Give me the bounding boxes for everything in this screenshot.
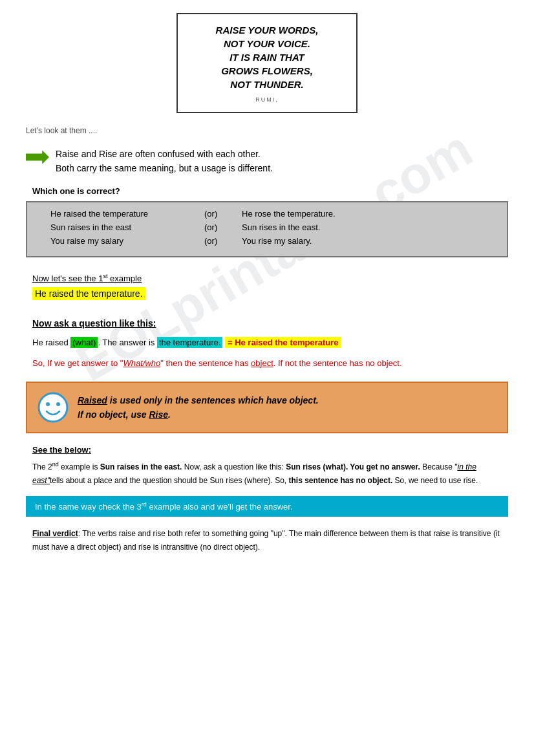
what-highlight: (what) bbox=[70, 337, 98, 348]
raised-rule-text: Raised is used only in the sentences whi… bbox=[78, 393, 319, 422]
quote-author: RUMI, bbox=[189, 96, 345, 103]
intro-line: Let's look at them .... bbox=[26, 126, 508, 135]
svg-point-3 bbox=[56, 402, 60, 406]
list-item: He raised the temperature (or) He rose t… bbox=[50, 209, 497, 219]
list-item: You raise my salary (or) You rise my sal… bbox=[50, 236, 497, 246]
full-answer-highlight: = He raised the temperature bbox=[225, 337, 341, 348]
arrow-icon bbox=[26, 149, 49, 165]
example1-highlighted: He raised the temperature. bbox=[32, 287, 145, 300]
svg-marker-0 bbox=[26, 150, 49, 164]
options-list: He raised the temperature (or) He rose t… bbox=[37, 209, 497, 246]
arrow-section: Raise and Rise are often confused with e… bbox=[26, 147, 508, 176]
svg-point-2 bbox=[46, 402, 50, 406]
example2-paragraph: The 2nd example is Sun raises in the eas… bbox=[32, 460, 508, 487]
arrow-description: Raise and Rise are often confused with e… bbox=[56, 147, 273, 176]
quote-box: RAISE YOUR WORDS,NOT YOUR VOICE.IT IS RA… bbox=[176, 13, 358, 113]
now-see-label: Now let's see the 1st example bbox=[32, 273, 508, 283]
quote-text: RAISE YOUR WORDS,NOT YOUR VOICE.IT IS RA… bbox=[189, 23, 345, 91]
cyan-box: In the same way check the 3rd example al… bbox=[26, 496, 508, 517]
see-below-label: See the below: bbox=[32, 445, 508, 455]
question-analysis: He raised (what). The answer is the temp… bbox=[32, 335, 508, 350]
which-correct-label: Which one is correct? bbox=[32, 186, 508, 196]
smiley-icon bbox=[37, 392, 69, 423]
final-verdict: Final verdict: The verbs raise and rise … bbox=[32, 527, 508, 554]
svg-point-1 bbox=[39, 393, 67, 422]
options-box: He raised the temperature (or) He rose t… bbox=[26, 201, 508, 257]
list-item: Sun raises in the east (or) Sun rises in… bbox=[50, 222, 497, 232]
ask-question-label: Now ask a question like this: bbox=[32, 318, 508, 329]
raised-box: Raised is used only in the sentences whi… bbox=[26, 382, 508, 433]
so-line: So, If we get answer to "What/who" then … bbox=[32, 357, 508, 371]
answer-highlight: the temperature. bbox=[157, 337, 222, 348]
